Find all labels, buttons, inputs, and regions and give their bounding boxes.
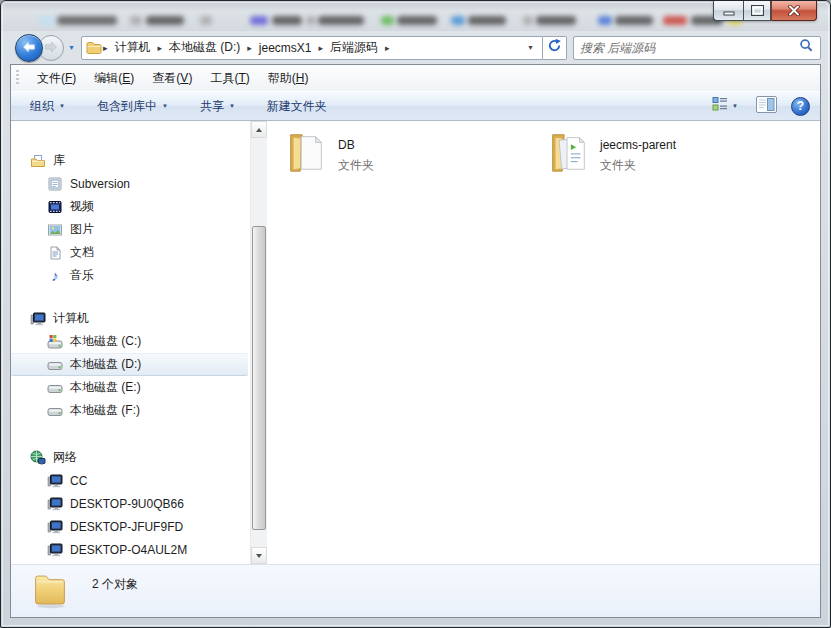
background-blur-blob [598,16,612,25]
share-button[interactable]: 共享 ▼ [191,94,244,119]
search-icon[interactable] [799,38,814,57]
folder-with-files-icon [545,129,591,175]
minimize-button[interactable] [713,1,743,21]
close-button[interactable] [771,1,817,21]
libraries-icon [30,153,46,169]
sidebar-section-gap [11,422,250,446]
network-pc-icon [47,519,63,535]
menu-tools[interactable]: 工具(T) [201,66,258,91]
nav-scrollbar[interactable] [250,121,267,564]
drive-icon [47,380,63,396]
sidebar-item-libraries[interactable]: 库 [11,149,250,172]
file-tile-jeecms-parent[interactable]: jeecms-parent 文件夹 [545,129,795,175]
background-blur-blob [306,16,316,25]
sidebar-item-network[interactable]: 网络 [11,446,250,469]
background-blur-blob [536,16,576,25]
content-area: 库 Subversion 视频 [11,121,820,564]
background-blur-blob [39,16,55,25]
refresh-button[interactable] [543,36,567,60]
drive-icon [47,357,63,373]
new-folder-button[interactable]: 新建文件夹 [258,94,336,119]
menu-help[interactable]: 帮助(H) [259,66,318,91]
sidebar-item-desktop-o4aul2m[interactable]: DESKTOP-O4AUL2M [11,538,250,561]
recent-pages-dropdown[interactable]: ▼ [64,44,80,51]
sidebar-item-music[interactable]: ♪ 音乐 [11,264,250,287]
change-view-button[interactable]: ▼ [708,93,742,119]
chevron-down-icon: ▼ [229,103,235,109]
close-icon [788,2,800,20]
sidebar-item-desktop-9u0qb66[interactable]: DESKTOP-9U0QB66 [11,492,250,515]
menu-file[interactable]: 文件(F) [28,66,85,91]
menu-edit[interactable]: 编辑(E) [85,66,143,91]
background-blur-blob [272,16,302,25]
background-blur-blob [130,16,142,25]
title-bar[interactable] [1,1,830,31]
back-arrow-icon [22,39,36,57]
video-icon [47,199,63,215]
network-pc-icon [47,496,63,512]
preview-pane-icon [756,96,777,117]
network-pc-icon [47,473,63,489]
address-row: ▼ ▸ 计算机 ▸ 本地磁盘 (D:) ▸ jeecmsX1 ▸ 后端源码 ▸ … [10,31,821,64]
sidebar-item-pictures[interactable]: 图片 [11,218,250,241]
refresh-icon [547,38,562,57]
file-list[interactable]: DB 文件夹 jeecms-parent 文件夹 [267,121,820,564]
documents-icon [47,245,63,261]
maximize-icon [751,2,764,20]
client-area: 文件(F) 编辑(E) 查看(V) 工具(T) 帮助(H) 组织 ▼ 包含到库中… [10,64,821,618]
file-name: DB [338,138,374,152]
toolbar-right-group: ▼ ? [708,93,810,120]
views-icon [712,96,728,116]
breadcrumb-local-disk-d[interactable]: 本地磁盘 (D:) [163,37,246,58]
chevron-down-icon: ▼ [59,103,65,109]
library-icon [47,176,63,192]
command-bar: 组织 ▼ 包含到库中 ▼ 共享 ▼ 新建文件夹 ▼ [11,91,820,121]
background-blur-blob [318,16,364,25]
background-blur-blob [468,16,506,25]
background-blur-blob [57,16,117,25]
scroll-up-button[interactable] [251,121,267,138]
address-bar[interactable]: ▸ 计算机 ▸ 本地磁盘 (D:) ▸ jeecmsX1 ▸ 后端源码 ▸ ▼ [81,36,543,60]
breadcrumb-jeecmsx1[interactable]: jeecmsX1 [253,39,318,57]
sidebar-item-documents[interactable]: 文档 [11,241,250,264]
sidebar-item-local-disk-e[interactable]: 本地磁盘 (E:) [11,376,250,399]
sidebar-item-subversion[interactable]: Subversion [11,172,250,195]
include-in-library-button[interactable]: 包含到库中 ▼ [88,94,177,119]
sidebar-item-computer[interactable]: 计算机 [11,307,250,330]
system-drive-icon [47,334,63,350]
file-type: 文件夹 [600,157,676,174]
breadcrumb-computer[interactable]: 计算机 [108,37,156,58]
status-bar: 2 个对象 [11,564,820,617]
background-blur-blob [663,16,687,25]
sidebar-item-local-disk-f[interactable]: 本地磁盘 (F:) [11,399,250,422]
sidebar-item-local-disk-c[interactable]: 本地磁盘 (C:) [11,330,250,353]
triangle-up-icon [256,128,262,132]
sidebar-section-gap [11,287,250,307]
menu-view[interactable]: 查看(V) [143,66,201,91]
scrollbar-thumb[interactable] [252,226,266,530]
sidebar-item-videos[interactable]: 视频 [11,195,250,218]
computer-icon [30,311,46,327]
scroll-down-button[interactable] [251,547,267,564]
status-folder-icon [32,568,68,612]
search-box [573,36,821,60]
breadcrumb-separator: ▸ [384,43,391,53]
address-dropdown-caret[interactable]: ▼ [523,44,538,51]
sidebar-item-cc[interactable]: CC [11,469,250,492]
chevron-down-icon: ▼ [162,103,168,109]
file-type: 文件夹 [338,157,374,174]
back-button[interactable] [15,34,43,62]
sidebar-item-desktop-jfuf9fd[interactable]: DESKTOP-JFUF9FD [11,515,250,538]
search-input[interactable] [580,41,799,55]
triangle-down-icon [256,554,262,558]
help-button[interactable]: ? [791,97,810,116]
organize-button[interactable]: 组织 ▼ [21,94,74,119]
sidebar-item-local-disk-d[interactable]: 本地磁盘 (D:) [11,353,248,376]
preview-pane-button[interactable] [753,93,780,120]
maximize-button[interactable] [743,1,771,21]
background-blur-blob [523,16,533,25]
file-tile-db[interactable]: DB 文件夹 [283,129,533,175]
breadcrumb-backend-source[interactable]: 后端源码 [324,37,384,58]
background-blur-blob [200,16,212,25]
explorer-window: ▼ ▸ 计算机 ▸ 本地磁盘 (D:) ▸ jeecmsX1 ▸ 后端源码 ▸ … [0,0,831,628]
